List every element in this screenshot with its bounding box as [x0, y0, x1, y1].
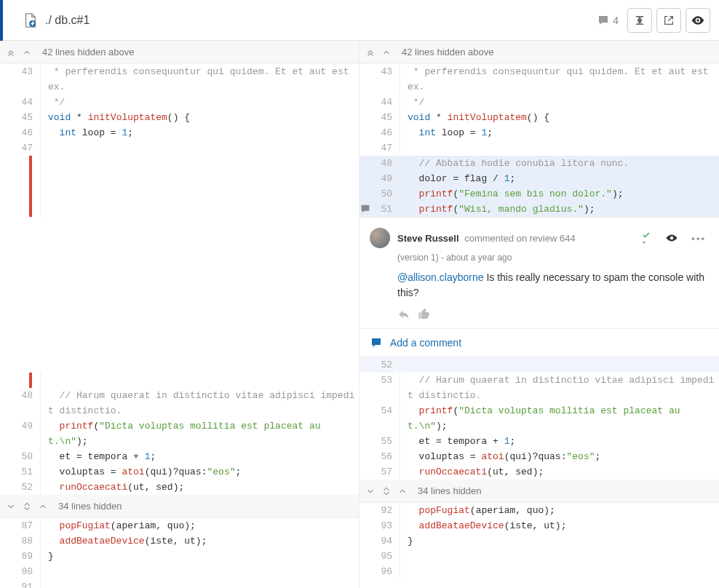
- watch-button[interactable]: [686, 8, 710, 33]
- comment-icon: [370, 336, 383, 349]
- line-number: 49: [360, 171, 400, 186]
- line-number: 43: [0, 64, 41, 95]
- expand-up-icon[interactable]: [378, 44, 394, 60]
- comment-resolve-toggle[interactable]: [640, 231, 652, 245]
- expand-down-icon[interactable]: [362, 483, 378, 499]
- fold-mid-right-label: 34 lines hidden: [410, 485, 481, 496]
- line-number: 45: [0, 110, 41, 125]
- expand-up-icon[interactable]: [394, 483, 410, 499]
- expand-up-icon[interactable]: [19, 44, 35, 60]
- comment-visibility-icon[interactable]: [665, 231, 678, 245]
- diff-container-2: 48 // Harum quaerat in distinctio vitae …: [0, 373, 719, 588]
- deleted-region: [0, 373, 359, 388]
- line-number: 52: [360, 357, 400, 373]
- line-number: 46: [0, 125, 41, 140]
- line-number: 46: [360, 125, 400, 140]
- line-number: 56: [360, 449, 400, 464]
- expand-all-up-icon[interactable]: [362, 44, 378, 60]
- expand-down-icon[interactable]: [3, 498, 19, 514]
- comment-version: (version 1) - about a year ago: [397, 253, 706, 263]
- line-number: 49: [0, 418, 41, 449]
- line-number: 48: [0, 388, 41, 418]
- line-number: 93: [360, 518, 400, 533]
- diff-container: 42 lines hidden above 43 * perferendis c…: [0, 41, 719, 373]
- comment-body: @allison.clayborne Is this really necess…: [397, 270, 706, 301]
- reply-icon[interactable]: [397, 308, 410, 321]
- fold-mid-right: 34 lines hidden: [360, 480, 719, 503]
- line-number: 55: [360, 434, 400, 449]
- line-comment-icon[interactable]: [360, 203, 373, 215]
- deleted-region: [0, 156, 359, 217]
- line-number: 50: [0, 449, 41, 464]
- fold-above-right: 42 lines hidden above: [360, 41, 719, 64]
- expand-both-icon[interactable]: [19, 498, 35, 514]
- line-number: 45: [360, 110, 400, 125]
- line-number: 57: [360, 464, 400, 480]
- comment-mention[interactable]: @allison.clayborne: [397, 271, 484, 283]
- comment-meta: commented on review 644: [462, 233, 576, 244]
- line-number: 91: [0, 579, 41, 588]
- left-pane: 42 lines hidden above 43 * perferendis c…: [0, 41, 360, 373]
- line-number: 88: [0, 533, 41, 549]
- file-diff-icon: [22, 12, 38, 28]
- comment-author: Steve Russell: [397, 233, 459, 244]
- line-number: 50: [360, 186, 400, 202]
- code-text: */: [48, 97, 65, 108]
- comment-count-value: 4: [613, 15, 619, 26]
- line-number: 53: [360, 373, 400, 403]
- expand-up-icon[interactable]: [35, 498, 51, 514]
- thumbs-up-icon[interactable]: [418, 308, 431, 321]
- line-number: 52: [0, 480, 41, 495]
- line-number: 51: [0, 464, 41, 480]
- fold-above-left-label: 42 lines hidden above: [35, 47, 135, 57]
- line-number: 87: [0, 518, 41, 533]
- line-number: 92: [360, 503, 400, 518]
- fold-mid-left: 34 lines hidden: [0, 495, 359, 518]
- line-number: 90: [0, 564, 41, 579]
- file-header: ./ db.c#1 4: [0, 0, 719, 41]
- expand-both-icon[interactable]: [378, 483, 394, 499]
- line-number: 44: [0, 95, 41, 110]
- line-number: 44: [360, 95, 400, 110]
- comment-count[interactable]: 4: [597, 14, 619, 27]
- line-number: 89: [0, 549, 41, 564]
- line-number: 95: [360, 549, 400, 564]
- brand-bar: [0, 0, 3, 41]
- code-text: * perferendis consequuntur qui quidem. E…: [48, 66, 354, 92]
- line-number: 48: [360, 156, 400, 171]
- line-number: 47: [360, 140, 400, 156]
- line-number: 47: [0, 140, 41, 156]
- comment-more-icon[interactable]: •••: [691, 233, 706, 244]
- collapse-button[interactable]: [627, 8, 652, 33]
- fold-above-right-label: 42 lines hidden above: [394, 47, 494, 57]
- right-pane: 42 lines hidden above 43 * perferendis c…: [360, 41, 719, 373]
- file-title: ./ db.c#1: [45, 14, 90, 27]
- add-comment-button[interactable]: Add a comment: [360, 329, 719, 357]
- line-number: 54: [360, 403, 400, 434]
- line-number: 94: [360, 533, 400, 549]
- avatar: [370, 228, 390, 248]
- svg-point-1: [696, 19, 699, 21]
- add-comment-label: Add a comment: [390, 337, 461, 349]
- open-external-button[interactable]: [656, 8, 681, 33]
- fold-mid-left-label: 34 lines hidden: [51, 501, 122, 512]
- review-comment: Steve Russell commented on review 644 ••…: [360, 217, 719, 329]
- line-number: 43: [360, 64, 400, 95]
- line-number: 96: [360, 564, 400, 579]
- fold-above-left: 42 lines hidden above: [0, 41, 359, 64]
- comment-icon: [597, 14, 610, 27]
- expand-all-up-icon[interactable]: [3, 44, 19, 60]
